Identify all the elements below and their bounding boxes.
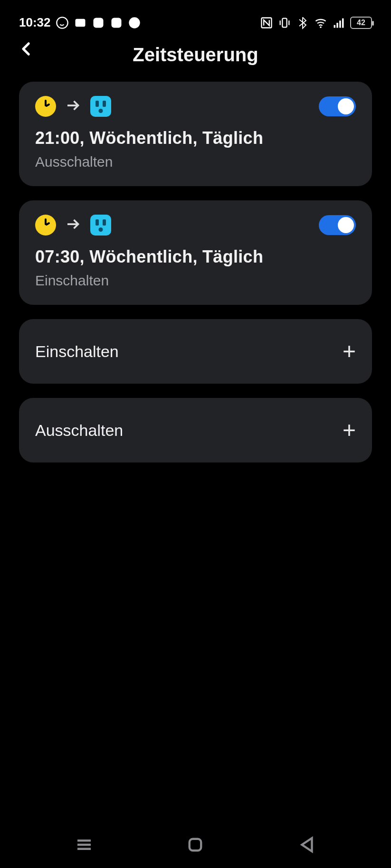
arrow-right-icon [65, 216, 82, 235]
clock-icon [35, 96, 56, 117]
svg-rect-2 [93, 18, 103, 28]
schedule-title: 07:30, Wöchentlich, Täglich [35, 247, 356, 267]
app-icon-2 [110, 16, 123, 29]
add-action-label: Ausschalten [35, 421, 123, 440]
status-bar-left: 10:32 [19, 15, 141, 30]
content: 21:00, Wöchentlich, Täglich Ausschalten … [0, 82, 391, 462]
plus-icon: + [343, 340, 356, 363]
page-header: Zeitsteuerung [0, 34, 391, 82]
status-time: 10:32 [19, 15, 51, 30]
schedule-action: Einschalten [35, 273, 356, 289]
home-button[interactable] [185, 835, 205, 857]
recent-apps-button[interactable] [74, 835, 94, 857]
add-action-label: Einschalten [35, 342, 119, 361]
back-button[interactable] [15, 38, 38, 60]
add-turn-on-button[interactable]: Einschalten + [19, 319, 372, 384]
arrow-right-icon [65, 97, 82, 116]
svg-rect-12 [190, 839, 201, 851]
app-icon-1 [92, 16, 105, 29]
teams-icon [74, 16, 87, 29]
svg-rect-10 [339, 20, 341, 28]
schedule-toggle[interactable] [319, 96, 356, 116]
schedule-icon-group [35, 215, 111, 236]
clock-icon [35, 215, 56, 236]
wifi-icon [314, 16, 327, 29]
svg-rect-3 [111, 18, 121, 28]
svg-point-4 [129, 17, 140, 28]
android-nav-bar [0, 835, 391, 857]
schedule-action: Ausschalten [35, 154, 356, 170]
status-bar: 10:32 42 [0, 0, 391, 34]
bluetooth-icon [296, 16, 309, 29]
svg-rect-1 [75, 19, 85, 26]
svg-point-0 [57, 17, 67, 28]
vibrate-icon [278, 16, 291, 29]
back-nav-button[interactable] [297, 835, 317, 857]
svg-point-7 [320, 26, 322, 28]
page-title: Zeitsteuerung [0, 44, 391, 66]
schedule-card[interactable]: 07:30, Wöchentlich, Täglich Einschalten [19, 200, 372, 305]
nfc-icon [260, 16, 273, 29]
schedule-card-header [35, 96, 356, 117]
outlet-icon [90, 96, 111, 117]
plus-icon: + [343, 419, 356, 442]
svg-rect-8 [334, 25, 336, 28]
status-bar-right: 42 [260, 16, 372, 29]
schedule-toggle[interactable] [319, 215, 356, 235]
add-turn-off-button[interactable]: Ausschalten + [19, 398, 372, 462]
svg-rect-9 [336, 23, 338, 28]
battery-icon: 42 [350, 17, 372, 29]
schedule-icon-group [35, 96, 111, 117]
battery-percent: 42 [357, 19, 365, 27]
svg-rect-11 [342, 18, 344, 28]
schedule-title: 21:00, Wöchentlich, Täglich [35, 128, 356, 148]
schedule-card[interactable]: 21:00, Wöchentlich, Täglich Ausschalten [19, 82, 372, 186]
app-icon-3 [128, 16, 141, 29]
outlet-icon [90, 215, 111, 236]
whatsapp-icon [56, 16, 69, 29]
schedule-card-header [35, 215, 356, 236]
svg-rect-6 [282, 18, 286, 27]
signal-icon [332, 16, 345, 29]
